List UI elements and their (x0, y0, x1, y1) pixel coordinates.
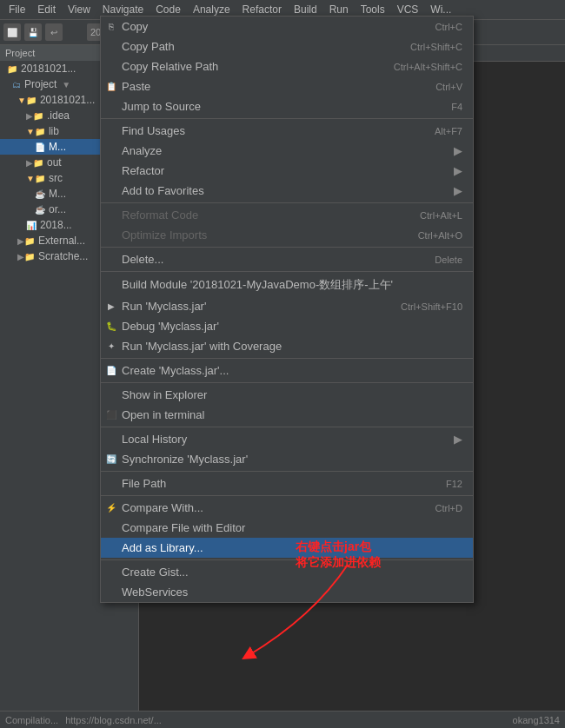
menu-item-find-usages[interactable]: Find UsagesAlt+F7 (101, 121, 473, 141)
menu-file[interactable]: File (3, 2, 30, 17)
menu-item-reformat-code: Reformat CodeCtrl+Alt+L (101, 205, 473, 225)
coverage-icon: ✦ (104, 340, 118, 354)
menu-label-optimize-imports: Optimize Imports (122, 228, 207, 242)
menu-label-file-path: File Path (122, 477, 166, 490)
context-menu: ⎘CopyCtrl+CCopy PathCtrl+Shift+CCopy Rel… (100, 16, 474, 603)
menu-label-compare-with: Compare With... (122, 501, 203, 514)
menu-shortcut-find-usages: Alt+F7 (417, 126, 462, 136)
menu-shortcut-jump-to-source: F4 (434, 102, 462, 112)
status-bar: Compilatio... https://blog.csdn.net/... … (0, 711, 565, 728)
menu-label-jump-to-source: Jump to Source (122, 100, 201, 113)
menu-label-copy: Copy (122, 20, 148, 33)
menu-item-show-explorer[interactable]: Show in Explorer (101, 385, 473, 405)
menu-label-run: Run 'Myclass.jar' (122, 300, 206, 313)
menu-item-refactor[interactable]: Refactor▶ (101, 161, 473, 181)
menu-item-delete[interactable]: Delete...Delete (101, 249, 473, 269)
menu-item-add-to-favorites[interactable]: Add to Favorites▶ (101, 181, 473, 201)
toolbar-icon-2[interactable]: 💾 (24, 23, 42, 41)
menu-divider (101, 247, 473, 248)
menu-item-run-coverage[interactable]: ✦Run 'Myclass.jar' with Coverage (101, 336, 473, 356)
menu-label-analyze: Analyze (122, 144, 162, 157)
menu-label-run-coverage: Run 'Myclass.jar' with Coverage (122, 340, 282, 353)
menu-shortcut-optimize-imports: Ctrl+Alt+O (401, 230, 462, 241)
menu-edit[interactable]: Edit (32, 2, 61, 17)
menu-item-copy-path[interactable]: Copy PathCtrl+Shift+C (101, 36, 473, 56)
menu-shortcut-copy: Ctrl+C (418, 22, 462, 32)
menu-item-webservices[interactable]: WebServices (101, 582, 473, 602)
menu-shortcut-copy-relative-path: Ctrl+Alt+Shift+C (376, 62, 462, 72)
menu-divider (101, 202, 473, 203)
menu-item-create[interactable]: 📄Create 'Myclass.jar'... (101, 361, 473, 381)
sync-icon: 🔄 (104, 453, 118, 467)
menu-item-optimize-imports: Optimize ImportsCtrl+Alt+O (101, 225, 473, 245)
menu-label-delete: Delete... (122, 253, 163, 266)
menu-item-file-path[interactable]: File PathF12 (101, 473, 473, 493)
menu-item-add-library[interactable]: Add as Library... (101, 538, 473, 558)
menu-item-local-history[interactable]: Local History▶ (101, 429, 473, 449)
menu-item-compare-editor[interactable]: Compare File with Editor (101, 518, 473, 538)
menu-label-compare-editor: Compare File with Editor (122, 521, 245, 534)
menu-item-jump-to-source[interactable]: Jump to SourceF4 (101, 96, 473, 116)
menu-divider (101, 427, 473, 427)
menu-divider (101, 559, 473, 560)
menu-shortcut-delete: Delete (417, 255, 462, 265)
status-user: okang1314 (513, 715, 560, 725)
menu-divider (101, 382, 473, 383)
menu-label-add-library: Add as Library... (122, 541, 203, 554)
status-compilation: Compilatio... (5, 715, 58, 725)
menu-label-open-terminal: Open in terminal (122, 408, 204, 421)
menu-shortcut-copy-path: Ctrl+Shift+C (393, 42, 462, 52)
menu-shortcut-paste: Ctrl+V (418, 82, 462, 92)
copy-icon: ⎘ (104, 20, 118, 34)
create-icon: 📄 (104, 364, 118, 378)
menu-divider (101, 495, 473, 496)
menu-divider (101, 358, 473, 359)
menu-label-webservices: WebServices (122, 586, 188, 599)
menu-item-create-gist[interactable]: Create Gist... (101, 562, 473, 582)
menu-item-synchronize[interactable]: 🔄Synchronize 'Myclass.jar' (101, 449, 473, 469)
menu-item-run[interactable]: ▶Run 'Myclass.jar'Ctrl+Shift+F10 (101, 296, 473, 316)
menu-label-debug: Debug 'Myclass.jar' (122, 320, 219, 333)
menu-item-build-module[interactable]: Build Module '20181021-MyJavaDemo-数组排序-上… (101, 274, 473, 296)
menu-shortcut-reformat-code: Ctrl+Alt+L (402, 210, 462, 221)
menu-label-reformat-code: Reformat Code (122, 208, 198, 222)
terminal-icon: ⬛ (104, 408, 118, 422)
menu-divider (101, 271, 473, 272)
sidebar-project-label: Project (5, 48, 35, 58)
status-url: https://blog.csdn.net/... (65, 715, 162, 725)
menu-arrow-local-history: ▶ (454, 433, 462, 446)
menu-item-analyze[interactable]: Analyze▶ (101, 141, 473, 161)
menu-label-build-module: Build Module '20181021-MyJavaDemo-数组排序-上… (122, 277, 393, 293)
menu-item-copy-relative-path[interactable]: Copy Relative PathCtrl+Alt+Shift+C (101, 56, 473, 76)
menu-shortcut-file-path: F12 (429, 479, 462, 489)
run-icon: ▶ (104, 300, 118, 314)
menu-label-copy-path: Copy Path (122, 40, 175, 53)
toolbar-icon-1[interactable]: ⬜ (3, 23, 21, 41)
paste-icon: 📋 (104, 80, 118, 94)
menu-item-paste[interactable]: 📋PasteCtrl+V (101, 76, 473, 96)
menu-arrow-analyze: ▶ (454, 144, 462, 157)
menu-label-copy-relative-path: Copy Relative Path (122, 60, 218, 73)
toolbar-icon-3[interactable]: ↩ (45, 23, 63, 41)
menu-divider (101, 471, 473, 472)
menu-label-find-usages: Find Usages (122, 124, 185, 137)
menu-label-show-explorer: Show in Explorer (122, 388, 207, 401)
compare-icon: ⚡ (104, 501, 118, 515)
menu-label-refactor: Refactor (122, 164, 164, 177)
menu-label-synchronize: Synchronize 'Myclass.jar' (122, 453, 248, 466)
menu-item-open-terminal[interactable]: ⬛Open in terminal (101, 405, 473, 425)
menu-shortcut-compare-with: Ctrl+D (418, 503, 462, 513)
menu-label-create: Create 'Myclass.jar'... (122, 364, 229, 377)
menu-label-create-gist: Create Gist... (122, 566, 189, 579)
menu-item-debug[interactable]: 🐛Debug 'Myclass.jar' (101, 316, 473, 336)
annotation-text: 右键点击jar包将它添加进依赖 (296, 539, 381, 570)
menu-view[interactable]: View (63, 2, 96, 17)
menu-divider (101, 118, 473, 119)
menu-arrow-add-to-favorites: ▶ (454, 184, 462, 197)
menu-item-copy[interactable]: ⎘CopyCtrl+C (101, 17, 473, 36)
menu-item-compare-with[interactable]: ⚡Compare With...Ctrl+D (101, 498, 473, 518)
menu-arrow-refactor: ▶ (454, 164, 462, 177)
menu-label-add-to-favorites: Add to Favorites (122, 184, 204, 197)
menu-label-local-history: Local History (122, 433, 187, 446)
debug-icon: 🐛 (104, 320, 118, 334)
